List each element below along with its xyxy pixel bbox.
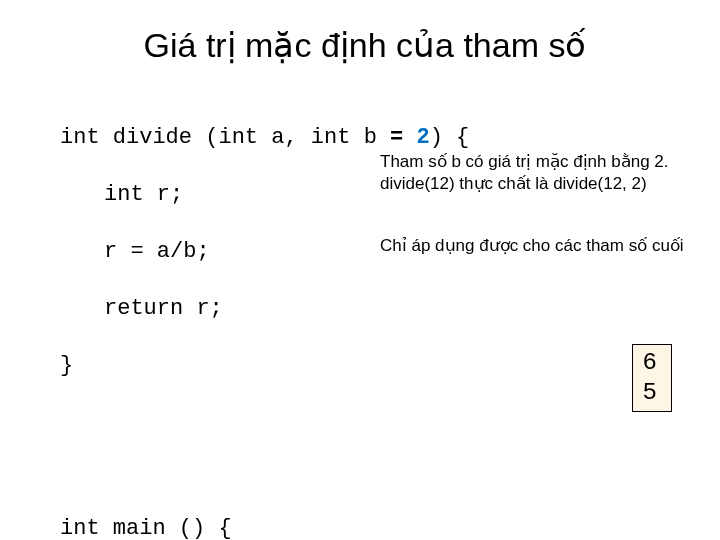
output-box: 6 5: [632, 344, 672, 412]
code-line: }: [60, 352, 670, 381]
code-text: [403, 125, 416, 150]
code-line: int divide (int a, int b = 2) {: [60, 124, 670, 153]
slide-title: Giá trị mặc định của tham số: [60, 25, 670, 65]
code-text: int divide (int a, int b: [60, 125, 390, 150]
code-line: return r;: [60, 295, 670, 324]
annotation-note-1: Tham số b có giá trị mặc định bằng 2. di…: [380, 151, 690, 195]
code-block-main: int main () { cout << divide (12) << '\n…: [60, 487, 670, 540]
code-text: ) {: [430, 125, 470, 150]
equals-sign: =: [390, 125, 403, 150]
default-value: 2: [416, 125, 429, 150]
note-text: Tham số b có giá trị mặc định bằng 2.: [380, 151, 690, 173]
note-text: divide(12) thực chất là divide(12, 2): [380, 173, 690, 195]
code-line: int main () {: [60, 515, 670, 540]
code-block-divide: int divide (int a, int b = 2) { int r; r…: [60, 95, 670, 467]
output-line: 6: [643, 348, 657, 378]
annotation-note-2: Chỉ áp dụng được cho các tham số cuối: [380, 235, 690, 257]
output-line: 5: [643, 378, 657, 408]
